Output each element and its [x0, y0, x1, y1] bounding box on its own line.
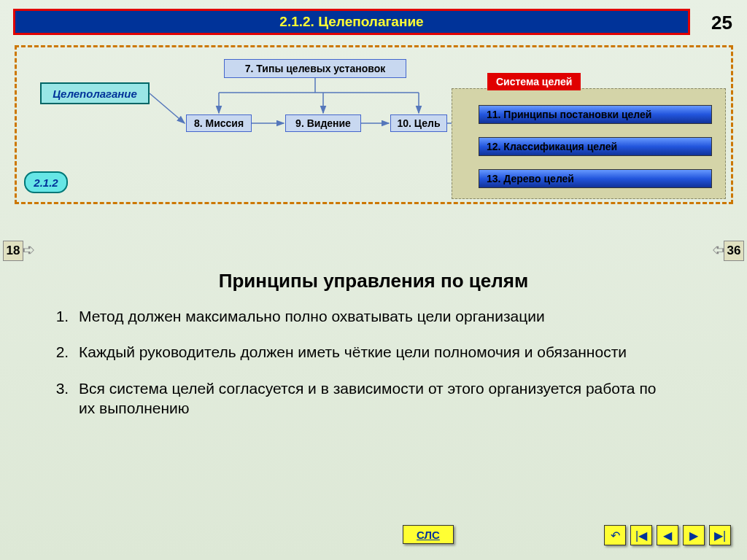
- nav-last-button[interactable]: ▶|: [709, 525, 731, 545]
- section-badge[interactable]: 2.1.2: [24, 171, 68, 193]
- first-icon: |◀: [635, 529, 647, 542]
- principle-item: Каждый руководитель должен иметь чёткие …: [73, 342, 671, 362]
- arrow-right-icon: ➪: [22, 241, 35, 260]
- diagram-goal-label: 10. Цель: [397, 117, 440, 129]
- page-number: 25: [711, 12, 732, 34]
- diagram-container: Целеполагание 7. Типы целевых установок …: [15, 45, 733, 204]
- diagram-types-box[interactable]: 7. Типы целевых установок: [224, 59, 406, 78]
- system-item-principles[interactable]: 11. Принципы постановки целей: [479, 105, 712, 124]
- diagram-mission-box[interactable]: 8. Миссия: [186, 114, 252, 132]
- nav-first-button[interactable]: |◀: [630, 525, 652, 545]
- diagram-vision-box[interactable]: 9. Видение: [285, 114, 361, 132]
- diagram-mission-label: 8. Миссия: [194, 117, 244, 129]
- header-bar: 2.1.2. Целеполагание: [13, 9, 690, 35]
- diagram-types-label: 7. Типы целевых установок: [245, 63, 385, 74]
- last-icon: ▶|: [714, 529, 726, 542]
- system-item-classification[interactable]: 12. Классификация целей: [479, 137, 712, 156]
- nav-prev-label: 18: [7, 244, 20, 258]
- principles-list: Метод должен максимально полно охватыват…: [73, 306, 671, 434]
- system-panel: Система целей 11. Принципы постановки це…: [452, 88, 726, 199]
- system-panel-label: Система целей: [487, 73, 581, 90]
- nav-controls: ↶ |◀ ◀ ▶ ▶|: [604, 525, 731, 545]
- diagram-root-box[interactable]: Целеполагание: [40, 82, 150, 104]
- diagram-root-label: Целеполагание: [53, 88, 137, 100]
- arrow-left-icon: ➪: [712, 241, 725, 260]
- nav-prev-page[interactable]: 18: [3, 241, 23, 261]
- nav-next-button[interactable]: ▶: [683, 525, 705, 545]
- back-icon: ↶: [611, 529, 620, 542]
- sls-label: СЛС: [417, 529, 440, 541]
- nav-prev-button[interactable]: ◀: [657, 525, 678, 545]
- nav-next-page[interactable]: 36: [724, 241, 744, 261]
- svg-line-0: [150, 93, 185, 123]
- content-title: Принципы управления по целям: [0, 270, 747, 292]
- sls-button[interactable]: СЛС: [403, 525, 454, 544]
- diagram-vision-label: 9. Видение: [295, 117, 351, 129]
- diagram-goal-box[interactable]: 10. Цель: [390, 114, 447, 132]
- principle-item: Вся система целей согласуется и в зависи…: [73, 378, 671, 419]
- system-item-label: 13. Дерево целей: [487, 173, 574, 184]
- header-title: 2.1.2. Целеполагание: [279, 14, 423, 30]
- system-item-label: 12. Классификация целей: [487, 141, 617, 152]
- system-item-label: 11. Принципы постановки целей: [487, 109, 651, 120]
- next-icon: ▶: [689, 529, 698, 542]
- system-item-tree[interactable]: 13. Дерево целей: [479, 169, 712, 188]
- nav-next-label: 36: [727, 244, 741, 258]
- principle-item: Метод должен максимально полно охватыват…: [73, 306, 671, 326]
- nav-back-button[interactable]: ↶: [604, 525, 626, 545]
- section-badge-label: 2.1.2: [34, 176, 58, 189]
- prev-icon: ◀: [663, 529, 672, 542]
